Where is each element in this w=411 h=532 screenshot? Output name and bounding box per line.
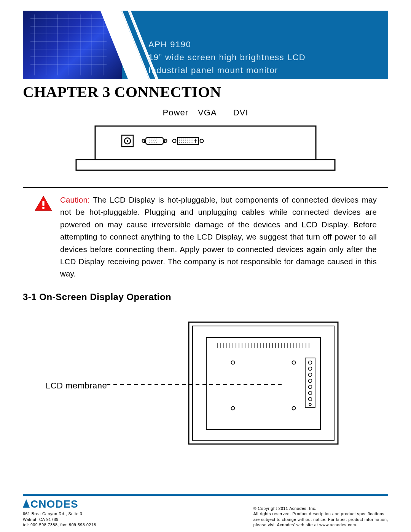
chapter-title: CHAPTER 3 CONNECTION [23, 83, 388, 101]
svg-point-35 [185, 141, 186, 141]
warning-icon [34, 195, 53, 212]
svg-point-90 [292, 406, 296, 410]
svg-point-87 [231, 361, 235, 364]
svg-point-8 [151, 139, 151, 139]
product-model: APH 9190 [148, 38, 381, 51]
addr-line-1: 661 Brea Canyon Rd., Suite 3 [23, 511, 96, 516]
header-banner: APH 9190 19” wide screen high brightness… [23, 11, 388, 79]
copy-line-3: are subject to change without notice. Fo… [253, 517, 388, 522]
lcd-membrane-label: LCD membrane [46, 381, 107, 391]
svg-point-88 [292, 361, 296, 364]
monitor-rear-svg [187, 321, 339, 450]
product-desc-2: Industrial panel mount monitor [148, 64, 381, 77]
svg-point-4 [127, 140, 128, 142]
connector-diagram: Power VGA DVI [72, 108, 339, 177]
svg-rect-0 [95, 126, 316, 160]
osd-diagram: LCD membrane [23, 321, 388, 462]
svg-point-25 [181, 139, 182, 139]
svg-point-21 [173, 139, 176, 143]
addr-line-3: tel: 909.598.7388, fax: 909.598.0218 [23, 522, 96, 527]
svg-point-98 [309, 397, 312, 401]
svg-point-9 [153, 139, 153, 139]
connector-labels: Power VGA DVI [72, 108, 339, 118]
svg-point-38 [191, 141, 191, 141]
svg-point-92 [309, 361, 312, 364]
copy-line-1: © Copyright 2011 Acnodes, Inc. [253, 506, 388, 511]
svg-point-11 [156, 139, 157, 139]
svg-point-89 [231, 406, 235, 410]
svg-point-34 [183, 141, 184, 141]
svg-point-41 [181, 142, 182, 143]
svg-point-43 [185, 142, 186, 143]
svg-point-7 [149, 139, 150, 139]
svg-point-33 [181, 141, 182, 141]
svg-point-99 [309, 403, 311, 406]
svg-point-36 [187, 141, 188, 141]
svg-point-13 [151, 141, 152, 141]
svg-point-30 [191, 139, 191, 139]
svg-point-45 [189, 142, 190, 143]
svg-point-97 [309, 391, 312, 395]
copy-line-2: All rights reserved. Product description… [253, 511, 388, 516]
acnodes-logo: CNODES [23, 498, 96, 510]
svg-point-17 [151, 142, 151, 143]
svg-rect-49 [194, 141, 197, 141]
caution-block: Caution: The LCD Display is hot-pluggabl… [34, 194, 377, 280]
svg-point-51 [42, 207, 45, 209]
svg-point-40 [179, 142, 180, 143]
svg-point-93 [309, 367, 312, 370]
svg-point-15 [155, 141, 156, 141]
svg-point-14 [153, 141, 154, 141]
caution-lead: Caution: [60, 195, 90, 204]
svg-rect-50 [42, 201, 44, 206]
label-vga: VGA [198, 108, 217, 118]
svg-rect-55 [206, 337, 320, 430]
svg-rect-1 [76, 160, 335, 170]
footer-left: CNODES 661 Brea Canyon Rd., Suite 3 Waln… [23, 498, 96, 527]
label-power: Power [163, 108, 188, 118]
svg-point-37 [189, 141, 190, 141]
copy-line-4: please visit Acnodes’ web site at www.ac… [253, 522, 388, 527]
svg-point-44 [187, 142, 188, 143]
divider [23, 187, 388, 188]
svg-point-12 [150, 141, 150, 141]
svg-point-28 [187, 139, 188, 139]
svg-point-18 [153, 142, 153, 143]
svg-point-29 [189, 139, 190, 139]
svg-rect-53 [189, 322, 338, 444]
caution-body: The LCD Display is hot-pluggable, but co… [60, 195, 377, 278]
svg-point-16 [149, 142, 150, 143]
addr-line-2: Walnut, CA 91789 [23, 517, 96, 522]
svg-point-94 [309, 373, 312, 376]
svg-point-23 [200, 139, 204, 143]
footer-rule [23, 494, 388, 496]
caution-text: Caution: The LCD Display is hot-pluggabl… [60, 194, 377, 280]
footer-address: 661 Brea Canyon Rd., Suite 3 Walnut, CA … [23, 511, 96, 527]
svg-point-24 [179, 139, 180, 139]
logo-caret-icon [23, 499, 30, 508]
svg-point-96 [309, 385, 312, 388]
svg-point-46 [191, 142, 191, 143]
svg-point-26 [183, 139, 184, 139]
label-dvi: DVI [233, 108, 249, 118]
section-3-1-heading: 3-1 On-Screen Display Operation [23, 292, 388, 302]
svg-point-20 [156, 142, 157, 143]
svg-point-42 [183, 142, 184, 143]
svg-point-95 [309, 379, 312, 382]
svg-point-47 [193, 142, 193, 143]
svg-point-10 [155, 139, 155, 139]
svg-point-27 [185, 139, 186, 139]
product-desc-1: 19” wide screen high brightness LCD [148, 51, 381, 64]
svg-point-19 [155, 142, 155, 143]
logo-text: CNODES [30, 498, 78, 510]
banner-text: APH 9190 19” wide screen high brightness… [148, 38, 381, 77]
footer: CNODES 661 Brea Canyon Rd., Suite 3 Waln… [23, 494, 388, 527]
svg-point-31 [193, 139, 193, 139]
svg-point-39 [193, 141, 193, 141]
connector-panel-svg [72, 120, 339, 177]
footer-copyright: © Copyright 2011 Acnodes, Inc. All right… [253, 506, 388, 527]
svg-point-32 [179, 141, 180, 141]
